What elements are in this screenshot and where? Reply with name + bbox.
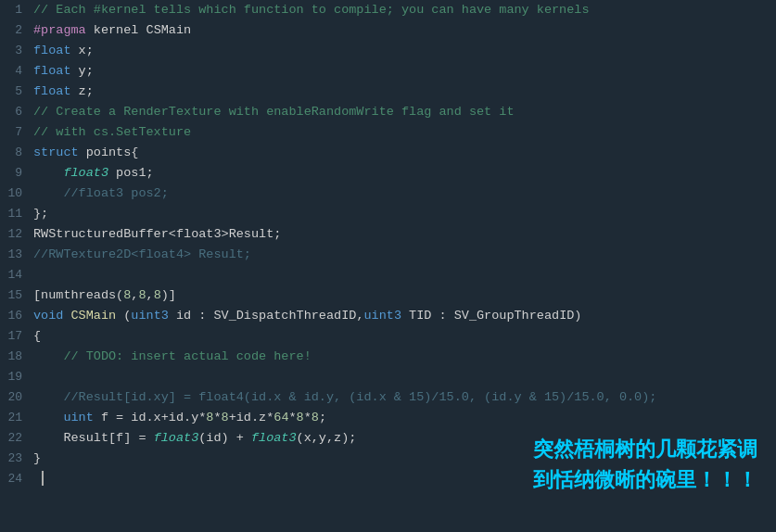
- code-token: pos1;: [108, 166, 154, 180]
- code-line: // with cs.SetTexture: [33, 122, 776, 143]
- code-token: 8: [222, 411, 229, 424]
- code-token: float3: [154, 431, 199, 445]
- code-line: [numthreads(8,8,8)]: [33, 285, 776, 306]
- code-line: // Create a RenderTexture with enableRan…: [33, 102, 776, 122]
- line-number: 24: [0, 469, 22, 489]
- code-token: float: [33, 44, 71, 57]
- line-number: 20: [0, 387, 22, 408]
- code-token: (id) +: [198, 431, 251, 445]
- line-number: 13: [0, 245, 22, 265]
- code-token: //RWTexture2D<float4> Result;: [33, 247, 251, 261]
- code-token: 8: [138, 288, 146, 302]
- code-line: [33, 265, 776, 285]
- line-number: 11: [0, 204, 22, 224]
- code-line: float3 pos1;: [33, 163, 776, 184]
- line-number: 18: [0, 347, 22, 367]
- code-token: // Each #kernel tells which function to …: [33, 3, 590, 17]
- code-token: 8: [312, 411, 319, 424]
- line-numbers: 123456789101112131415161718192021222324: [0, 0, 30, 532]
- code-line: float y;: [33, 61, 776, 82]
- code-token: // with cs.SetTexture: [33, 125, 191, 139]
- code-line: //Result[id.xy] = float4(id.x & id.y, (i…: [33, 387, 776, 408]
- code-token: void: [33, 309, 63, 323]
- code-editor: 123456789101112131415161718192021222324 …: [0, 0, 776, 532]
- code-token: *: [288, 411, 296, 424]
- code-line: float z;: [33, 82, 776, 102]
- line-number: 4: [0, 61, 22, 82]
- code-line: RWStructuredBuffer<float3>Result;: [33, 224, 776, 245]
- code-token: #pragma: [33, 23, 86, 37]
- line-number: 5: [0, 82, 22, 102]
- text-cursor: [42, 471, 44, 486]
- line-number: 22: [0, 428, 22, 449]
- code-token: ,: [146, 288, 154, 302]
- code-line: //float3 pos2;: [33, 184, 776, 204]
- code-token: points{: [79, 146, 139, 159]
- code-token: uint3: [363, 309, 401, 323]
- code-token: ;: [319, 411, 326, 424]
- line-number: 14: [0, 265, 22, 285]
- code-token: RWStructuredBuffer<float3>Result;: [33, 227, 281, 241]
- code-token: [63, 309, 70, 323]
- code-token: };: [33, 207, 48, 221]
- code-token: 8: [154, 288, 161, 302]
- code-token: TID : SV_GroupThreadID): [401, 309, 581, 323]
- code-token: float3: [251, 431, 297, 445]
- code-token: (x,y,z);: [297, 431, 357, 445]
- code-line: #pragma kernel CSMain: [33, 20, 776, 41]
- code-token: uint3: [131, 309, 169, 323]
- code-token: id : SV_DispatchThreadID,: [169, 309, 364, 323]
- code-token: (: [116, 309, 131, 323]
- line-number: 10: [0, 184, 22, 204]
- code-line: // TODO: insert actual code here!: [33, 347, 776, 367]
- code-token: //float3 pos2;: [33, 186, 169, 200]
- code-token: }: [33, 451, 41, 465]
- code-line: void CSMain (uint3 id : SV_DispatchThrea…: [33, 306, 776, 326]
- line-number: 7: [0, 122, 22, 143]
- overlay-line1: 突然梧桐树的几颗花紧调: [533, 434, 757, 464]
- code-token: x;: [71, 44, 94, 57]
- overlay-annotation: 突然梧桐树的几颗花紧调 到恬纳微晰的碗里！！！: [533, 434, 757, 495]
- code-token: // TODO: insert actual code here!: [33, 349, 312, 363]
- code-token: // Create a RenderTexture with enableRan…: [33, 105, 514, 119]
- code-line: struct points{: [33, 143, 776, 163]
- code-token: CSMain: [71, 309, 117, 323]
- code-token: *: [213, 411, 221, 424]
- line-number: 15: [0, 285, 22, 306]
- line-number: 3: [0, 41, 22, 61]
- code-token: float: [33, 84, 71, 98]
- code-line: // Each #kernel tells which function to …: [33, 0, 776, 20]
- line-number: 12: [0, 224, 22, 245]
- code-token: float3: [63, 166, 108, 180]
- line-number: 19: [0, 367, 22, 387]
- code-line: uint f = id.x+id.y*8*8+id.z*64*8*8;: [33, 408, 776, 428]
- code-line: {: [33, 326, 776, 347]
- line-number: 1: [0, 0, 22, 20]
- code-token: +id.z*: [229, 411, 274, 424]
- overlay-line2: 到恬纳微晰的碗里！！！: [533, 464, 757, 495]
- code-token: Result[f] =: [33, 431, 154, 445]
- line-number: 2: [0, 20, 22, 41]
- code-line: //RWTexture2D<float4> Result;: [33, 245, 776, 265]
- line-number: 16: [0, 306, 22, 326]
- code-token: *: [304, 411, 312, 424]
- code-token: float: [33, 64, 71, 78]
- code-token: {: [33, 329, 41, 343]
- line-number: 23: [0, 449, 22, 469]
- code-line: float x;: [33, 41, 776, 61]
- code-token: f = id.x+id.y*: [94, 411, 207, 424]
- code-token: [numthreads(: [33, 288, 123, 302]
- code-line: };: [33, 204, 776, 224]
- code-token: z;: [71, 84, 94, 98]
- code-token: )]: [161, 288, 176, 302]
- line-number: 8: [0, 143, 22, 163]
- code-token: struct: [33, 146, 79, 159]
- code-token: [33, 166, 63, 180]
- code-token: y;: [71, 64, 94, 78]
- code-token: 64: [274, 411, 288, 424]
- code-token: 8: [297, 411, 304, 424]
- code-token: //Result[id.xy] = float4(id.x & id.y, (i…: [33, 390, 656, 404]
- code-line: [33, 367, 776, 387]
- code-token: kernel CSMain: [86, 23, 191, 37]
- line-number: 17: [0, 326, 22, 347]
